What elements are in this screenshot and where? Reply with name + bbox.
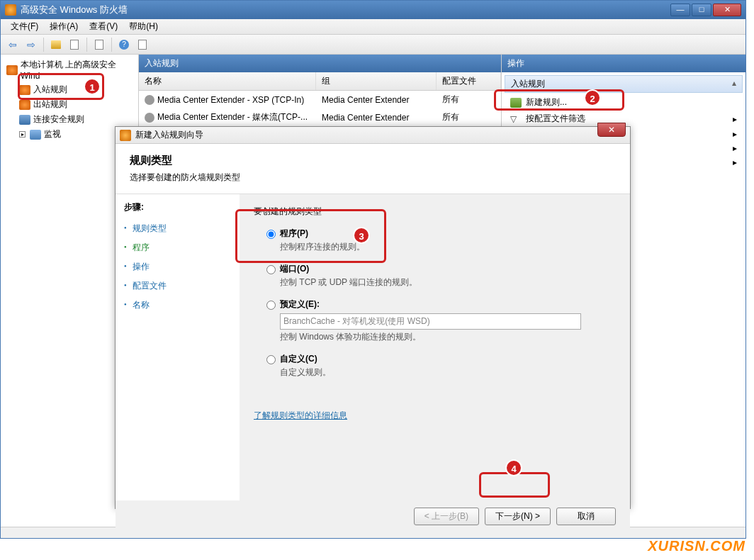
menu-view[interactable]: 查看(V) (84, 19, 123, 34)
dialog-subheading: 选择要创建的防火墙规则类型 (130, 172, 616, 184)
refresh-icon (95, 40, 103, 50)
tree-connsec[interactable]: 连接安全规则 (16, 112, 135, 127)
window-title: 高级安全 Windows 防火墙 (21, 4, 670, 16)
step-name[interactable]: 名称 (124, 296, 231, 315)
new-rule-wizard-dialog: ✕ 新建入站规则向导 规则类型 选择要创建的防火墙规则类型 步骤: 规则类型 程… (115, 126, 631, 509)
firewall-icon (5, 4, 16, 16)
dialog-close-button[interactable]: ✕ (597, 123, 626, 137)
annotation-3: 3 (353, 227, 370, 244)
properties-button[interactable] (67, 37, 82, 52)
wizard-steps: 步骤: 规则类型 程序 操作 配置文件 名称 (116, 194, 240, 500)
predefined-select[interactable]: BranchCache - 对等机发现(使用 WSD) (280, 313, 581, 330)
chevron-right-icon: ▸ (733, 129, 737, 139)
radio-port-input[interactable] (266, 265, 276, 274)
folder-icon (51, 40, 61, 49)
step-program[interactable]: 程序 (124, 238, 231, 257)
table-row[interactable]: Media Center Extender - XSP (TCP-In) Med… (139, 91, 501, 108)
tree-outbound[interactable]: 出站规则 (16, 97, 135, 112)
learn-more-link[interactable]: 了解规则类型的详细信息 (254, 410, 347, 422)
dialog-heading: 规则类型 (130, 154, 616, 167)
filter-icon: ▽ (510, 114, 522, 124)
maximize-button[interactable]: □ (692, 4, 711, 16)
col-group[interactable]: 组 (316, 72, 437, 90)
connsec-icon (19, 115, 30, 125)
annotation-2: 2 (584, 89, 601, 106)
forward-button[interactable]: ⇨ (23, 37, 39, 52)
next-button[interactable]: 下一步(N) > (485, 508, 551, 525)
radio-program[interactable]: 程序(P)控制程序连接的规则。 (266, 228, 616, 253)
toolbar: ⇦ ⇨ ? (1, 35, 745, 55)
tree-root[interactable]: 本地计算机 上的高级安全 Wind (4, 57, 135, 82)
help-button[interactable]: ? (116, 37, 132, 52)
radio-program-input[interactable] (266, 230, 276, 239)
firewall-icon (120, 130, 131, 141)
grid-header: 名称 组 配置文件 (139, 72, 501, 91)
step-action[interactable]: 操作 (124, 257, 231, 276)
radio-custom-input[interactable] (266, 355, 276, 364)
back-button: < 上一步(B) (414, 508, 479, 525)
chevron-right-icon: ▸ (733, 114, 737, 124)
steps-label: 步骤: (124, 201, 231, 213)
chevron-right-icon: ▸ (733, 157, 737, 167)
page-icon (70, 40, 79, 50)
annotation-4: 4 (505, 459, 522, 476)
arrow-left-icon: ⇦ (9, 39, 17, 50)
step-type[interactable]: 规则类型 (124, 219, 231, 238)
list-button[interactable] (135, 37, 150, 52)
menubar: 文件(F) 操作(A) 查看(V) 帮助(H) (1, 19, 745, 35)
inbound-icon (19, 85, 30, 95)
menu-action[interactable]: 操作(A) (44, 19, 84, 34)
radio-port[interactable]: 端口(O)控制 TCP 或 UDP 端口连接的规则。 (266, 263, 616, 289)
outbound-icon (19, 100, 30, 110)
close-button[interactable]: ✕ (713, 4, 741, 16)
cancel-button[interactable]: 取消 (556, 508, 616, 525)
radio-custom[interactable]: 自定义(C)自定义规则。 (266, 353, 616, 379)
menu-file[interactable]: 文件(F) (5, 19, 44, 34)
col-name[interactable]: 名称 (139, 72, 316, 90)
new-rule-icon (510, 98, 522, 108)
rules-header: 入站规则 (139, 55, 501, 72)
up-button[interactable] (48, 37, 64, 52)
arrow-right-icon: ⇨ (27, 39, 35, 50)
actions-header: 操作 (502, 55, 745, 72)
tree-inbound[interactable]: 入站规则 (16, 82, 135, 97)
radio-predefined-input[interactable] (266, 301, 276, 310)
new-rule-action[interactable]: 新建规则... (505, 94, 743, 111)
back-button[interactable]: ⇦ (5, 37, 21, 52)
minimize-button[interactable]: — (670, 4, 690, 16)
step-profile[interactable]: 配置文件 (124, 276, 231, 296)
dialog-form: 要创建的规则类型 程序(P)控制程序连接的规则。 端口(O)控制 TCP 或 U… (240, 194, 630, 500)
monitor-icon (30, 130, 41, 140)
help-icon: ? (119, 40, 129, 50)
watermark: XURISN.COM (648, 538, 745, 554)
firewall-icon (6, 65, 18, 75)
menu-help[interactable]: 帮助(H) (123, 19, 164, 34)
annotation-1: 1 (84, 78, 101, 95)
rule-icon (145, 113, 154, 123)
action-section: 入站规则▴ (505, 75, 743, 93)
list-icon (138, 40, 147, 50)
table-row[interactable]: Media Center Extender - 媒体流(TCP-... Medi… (139, 108, 501, 126)
dialog-titlebar: 新建入站规则向导 (116, 127, 630, 144)
radio-predefined[interactable]: 预定义(E): BranchCache - 对等机发现(使用 WSD) 控制 W… (266, 298, 616, 343)
dialog-header: 规则类型 选择要创建的防火墙规则类型 (116, 144, 630, 194)
dialog-buttons: < 上一步(B) 下一步(N) > 取消 (116, 500, 630, 532)
rule-icon (145, 95, 154, 105)
form-label: 要创建的规则类型 (254, 206, 616, 218)
col-profile[interactable]: 配置文件 (437, 72, 501, 90)
refresh-button[interactable] (91, 37, 107, 52)
chevron-right-icon: ▸ (733, 143, 737, 153)
titlebar: 高级安全 Windows 防火墙 — □ ✕ (1, 1, 745, 19)
expand-icon[interactable]: ▸ (19, 131, 26, 138)
chevron-up-icon[interactable]: ▴ (732, 78, 736, 88)
